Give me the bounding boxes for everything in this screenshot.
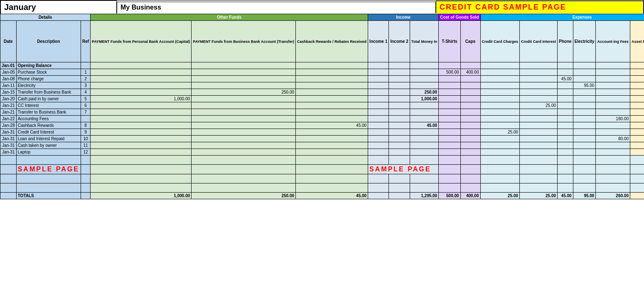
empty-cell	[480, 165, 520, 174]
table-cell	[573, 89, 596, 96]
table-cell	[520, 116, 558, 122]
table-cell: 25.00	[520, 102, 558, 109]
table-row: Jan-31Credit Card Interest925.00	[0, 129, 644, 136]
table-cell	[596, 102, 630, 109]
table-cell	[368, 142, 389, 149]
table-cell	[368, 96, 389, 102]
table-cell: 45.00	[558, 76, 573, 82]
table-cell	[596, 69, 630, 76]
cell-description: Laptop	[16, 149, 81, 156]
cell-description: Cash paid in by owner	[16, 96, 81, 102]
table-cell	[439, 76, 460, 82]
empty-cell	[596, 156, 630, 165]
cell-ref: 9	[81, 129, 90, 136]
empty-cell	[439, 165, 460, 174]
empty-cell	[296, 165, 368, 174]
table-cell	[410, 82, 438, 89]
table-cell	[389, 109, 410, 116]
th-payment-personal: PAYMENT Funds from Personal Bank Account…	[91, 21, 192, 62]
table-cell	[410, 142, 438, 149]
totals-cell: 500.00	[439, 193, 460, 199]
table-cell: 45.00	[410, 122, 438, 129]
empty-cell	[81, 156, 90, 165]
empty-cell	[389, 183, 410, 193]
table-cell	[91, 136, 192, 142]
totals-cell: 400.00	[460, 193, 480, 199]
cell-date: Jan-15	[0, 89, 17, 96]
table-cell	[558, 82, 573, 89]
totals-cell: 25.00	[480, 193, 520, 199]
table-cell	[439, 89, 460, 96]
table-cell	[192, 129, 296, 136]
table-cell	[596, 89, 630, 96]
table-cell	[460, 109, 480, 116]
cell-date: Jan-31	[0, 129, 17, 136]
table-cell	[520, 136, 558, 142]
table-cell	[389, 76, 410, 82]
table-cell	[480, 69, 520, 76]
empty-cell	[81, 165, 90, 174]
table-cell	[596, 122, 630, 129]
th-ref: Ref	[81, 21, 90, 62]
cell-ref: 10	[81, 136, 90, 142]
table-row: Jan-20Cash paid in by owner51,000.001,00…	[0, 96, 644, 102]
table-cell	[573, 116, 596, 122]
table-cell	[558, 96, 573, 102]
empty-cell	[573, 174, 596, 183]
empty-cell	[0, 156, 17, 165]
table-cell	[558, 122, 573, 129]
table-cell	[480, 149, 520, 156]
totals-cell: TOTALS	[16, 193, 81, 199]
table-cell	[630, 96, 644, 102]
th-asset-purchases: Asset Purchases (over $500)	[630, 21, 644, 62]
totals-cell: 1,000.00	[91, 193, 192, 199]
table-cell	[573, 136, 596, 142]
table-cell	[192, 82, 296, 89]
empty-cell	[410, 183, 438, 193]
empty-cell	[368, 156, 389, 165]
group-income: Income	[368, 14, 439, 21]
totals-cell: 45.00	[296, 193, 368, 199]
table-cell	[460, 102, 480, 109]
table-cell	[368, 102, 389, 109]
table-cell	[558, 69, 573, 76]
table-cell	[368, 109, 389, 116]
table-cell	[596, 76, 630, 82]
table-cell	[410, 136, 438, 142]
empty-cell	[296, 174, 368, 183]
th-income2: Income 2	[389, 21, 410, 62]
table-cell	[368, 69, 389, 76]
table-cell	[410, 76, 438, 82]
table-cell	[520, 89, 558, 96]
group-cogs: Cost of Goods Sold	[439, 14, 480, 21]
cell-date: Jan-21	[0, 102, 17, 109]
group-details: Details	[0, 14, 91, 21]
empty-cell	[0, 183, 17, 193]
table-row	[0, 174, 644, 183]
table-cell	[296, 89, 368, 96]
totals-cell: 260.00	[596, 193, 630, 199]
empty-cell	[81, 183, 90, 193]
cell-date: Jan-28	[0, 122, 17, 129]
table-cell	[192, 136, 296, 142]
table-cell	[558, 149, 573, 156]
main-table: Details Other Funds Income Cost of Goods…	[0, 14, 644, 199]
table-cell	[296, 69, 368, 76]
table-cell	[520, 96, 558, 102]
table-cell	[480, 142, 520, 149]
empty-cell	[410, 174, 438, 183]
table-cell	[480, 116, 520, 122]
table-cell	[460, 76, 480, 82]
cell-date: Jan-31	[0, 149, 17, 156]
table-cell	[630, 122, 644, 129]
table-cell	[296, 129, 368, 136]
table-cell	[296, 136, 368, 142]
table-cell	[389, 129, 410, 136]
table-cell	[192, 76, 296, 82]
table-cell	[596, 142, 630, 149]
empty-cell	[439, 174, 460, 183]
title-cell: CREDIT CARD SAMPLE PAGE	[436, 1, 644, 13]
empty-cell	[192, 183, 296, 193]
empty-cell	[558, 174, 573, 183]
totals-cell: 45.00	[558, 193, 573, 199]
